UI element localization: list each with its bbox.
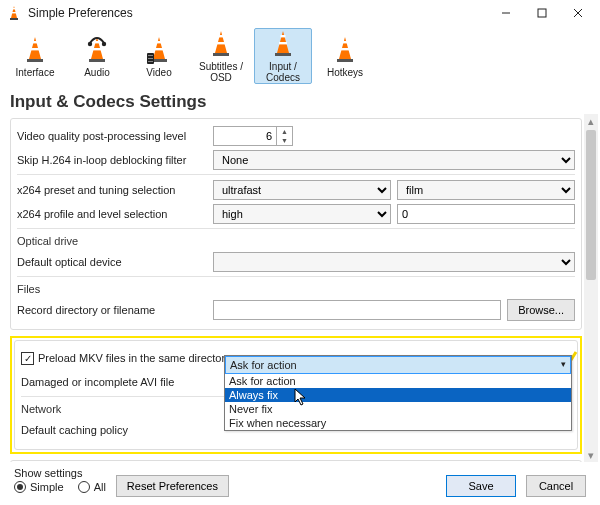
video-quality-spinner[interactable]: ▲▼ [213, 126, 293, 146]
tab-hotkeys[interactable]: Hotkeys [316, 28, 374, 84]
svg-rect-20 [155, 48, 163, 50]
cone-icon [21, 35, 49, 65]
maximize-button[interactable] [524, 2, 560, 24]
svg-rect-24 [148, 58, 153, 59]
x264-tuning-select[interactable]: film [397, 180, 575, 200]
svg-rect-1 [13, 8, 15, 9]
svg-rect-15 [89, 59, 105, 62]
tab-audio[interactable]: Audio [68, 28, 126, 84]
svg-marker-38 [295, 389, 305, 405]
svg-rect-29 [213, 53, 229, 56]
svg-rect-33 [275, 53, 291, 56]
svg-rect-2 [12, 12, 16, 13]
svg-point-16 [88, 41, 92, 45]
x264-profile-label: x264 profile and level selection [17, 208, 213, 220]
svg-rect-9 [33, 41, 38, 43]
minimize-button[interactable] [488, 2, 524, 24]
radio-selected-icon [14, 481, 26, 493]
show-simple-radio[interactable]: Simple [14, 481, 64, 493]
files-heading: Files [17, 281, 575, 297]
tab-input-codecs[interactable]: Input / Codecs [254, 28, 312, 84]
dropdown-option-ask[interactable]: Ask for action [225, 374, 571, 388]
cone-icon [207, 29, 235, 59]
tab-interface[interactable]: Interface [6, 28, 64, 84]
video-quality-label: Video quality post-processing level [17, 130, 213, 142]
spinner-down-icon[interactable]: ▼ [277, 136, 292, 145]
title-bar: Simple Preferences [0, 0, 600, 26]
radio-unselected-icon [78, 481, 90, 493]
default-optical-select[interactable] [213, 252, 575, 272]
x264-preset-select[interactable]: ultrafast [213, 180, 391, 200]
svg-rect-28 [217, 42, 225, 44]
svg-rect-14 [93, 48, 101, 50]
x264-preset-label: x264 preset and tuning selection [17, 184, 213, 196]
scrollbar-thumb[interactable] [586, 130, 596, 280]
spinner-up-icon[interactable]: ▲ [277, 127, 292, 136]
svg-rect-10 [31, 48, 39, 50]
svg-rect-27 [219, 35, 224, 37]
svg-point-17 [102, 41, 106, 45]
mouse-cursor-icon [294, 388, 308, 406]
record-directory-input[interactable] [213, 300, 501, 320]
show-settings-label: Show settings [14, 467, 106, 479]
tab-video[interactable]: Video [130, 28, 188, 84]
damaged-avi-dropdown-open[interactable]: Ask for action Ask for action Always fix… [224, 355, 572, 431]
tab-subtitles[interactable]: Subtitles / OSD [192, 28, 250, 84]
close-button[interactable] [560, 2, 596, 24]
x264-level-input[interactable] [397, 204, 575, 224]
svg-rect-5 [538, 9, 546, 17]
section-heading: Input & Codecs Settings [0, 86, 600, 114]
x264-profile-select[interactable]: high [213, 204, 391, 224]
scrollbar-up-icon[interactable]: ▴ [584, 114, 598, 128]
svg-rect-19 [157, 41, 162, 43]
dropdown-selected-header[interactable]: Ask for action [225, 356, 571, 374]
svg-rect-13 [95, 41, 100, 43]
browse-button[interactable]: Browse... [507, 299, 575, 321]
dropdown-option-always-fix[interactable]: Always fix [225, 388, 571, 402]
record-directory-label: Record directory or filename [17, 304, 213, 316]
scrollbar-down-icon[interactable]: ▾ [584, 448, 598, 462]
preload-mkv-checkbox[interactable]: ✓ Preload MKV files in the same director… [21, 352, 231, 365]
vertical-scrollbar[interactable]: ▴ ▾ [584, 114, 598, 462]
damaged-avi-label: Damaged or incomplete AVI file [21, 376, 217, 388]
default-optical-label: Default optical device [17, 256, 213, 268]
svg-rect-31 [281, 35, 286, 37]
svg-rect-23 [148, 55, 153, 56]
checkbox-checked-icon: ✓ [21, 352, 34, 365]
skip-h264-select[interactable]: None [213, 150, 575, 170]
cone-icon [269, 29, 297, 59]
svg-rect-36 [341, 48, 349, 50]
svg-rect-37 [337, 59, 353, 62]
reset-preferences-button[interactable]: Reset Preferences [116, 475, 229, 497]
dropdown-option-never-fix[interactable]: Never fix [225, 402, 571, 416]
default-caching-label: Default caching policy [21, 424, 217, 436]
vlc-app-icon [6, 5, 22, 21]
cancel-button[interactable]: Cancel [526, 475, 586, 497]
svg-rect-35 [343, 41, 348, 43]
svg-rect-32 [279, 42, 287, 44]
svg-rect-3 [10, 18, 18, 20]
optical-drive-heading: Optical drive [17, 233, 575, 249]
svg-rect-11 [27, 59, 43, 62]
cone-icon [331, 35, 359, 65]
skip-h264-label: Skip H.264 in-loop deblocking filter [17, 154, 213, 166]
show-all-radio[interactable]: All [78, 481, 106, 493]
footer-bar: Show settings Simple All Reset Preferenc… [0, 465, 600, 505]
svg-rect-25 [148, 61, 153, 62]
headphones-cone-icon [83, 35, 111, 65]
settings-content: Video quality post-processing level ▲▼ S… [10, 118, 582, 462]
film-cone-icon [145, 35, 173, 65]
window-title: Simple Preferences [28, 6, 488, 20]
video-quality-value[interactable] [214, 127, 276, 145]
save-button[interactable]: Save [446, 475, 516, 497]
dropdown-option-fix-when-necessary[interactable]: Fix when necessary [225, 416, 571, 430]
preferences-toolbar: Interface Audio Video Subtitles / OSD In… [0, 26, 600, 86]
